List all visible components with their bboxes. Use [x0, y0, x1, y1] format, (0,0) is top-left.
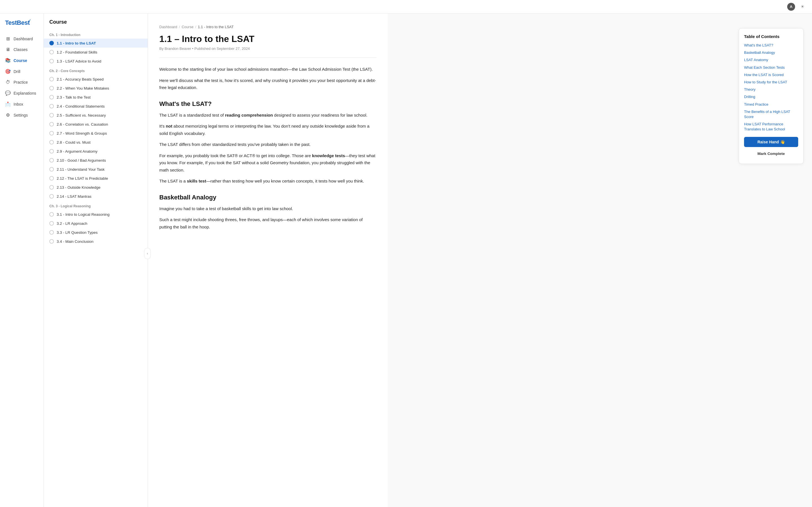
course-item-2-8[interactable]: 2.8 - Could vs. Must [44, 138, 148, 147]
chapter-2-heading: Ch. 2 - Core Concepts [44, 66, 148, 75]
completion-circle-3-3 [49, 230, 54, 235]
logo: ✓ TestBest [0, 19, 35, 33]
course-item-3-1[interactable]: 3.1 - Intro to Logical Reasoning [44, 210, 148, 219]
lsat-para-3: The LSAT differs from other standardized… [159, 141, 376, 148]
completion-circle-1-1 [49, 41, 54, 45]
nav-item-explanations[interactable]: 💬 Explanations [0, 88, 43, 99]
page-title: 1.1 – Intro to the LSAT [159, 34, 376, 44]
nav-label-drill: Drill [13, 69, 20, 74]
course-item-2-12[interactable]: 2.12 - The LSAT is Predictable [44, 174, 148, 183]
toc-item-5[interactable]: How to Study for the LSAT [744, 80, 798, 85]
breadcrumb-dashboard[interactable]: Dashboard [159, 25, 177, 29]
course-label-1-3: 1.3 - LSAT Advice to Avoid [57, 59, 101, 63]
course-item-2-5[interactable]: 2.5 - Sufficient vs. Necessary [44, 111, 148, 120]
nav-item-inbox[interactable]: 📩 Inbox [0, 99, 43, 110]
nav-label-inbox: Inbox [13, 102, 23, 107]
nav-item-course[interactable]: 📚 Course [0, 55, 43, 66]
course-item-2-7[interactable]: 2.7 - Word Strength & Groups [44, 129, 148, 138]
course-item-2-3[interactable]: 2.3 - Talk to the Test [44, 93, 148, 102]
nav-item-practice[interactable]: ⏱ Practice [0, 77, 43, 88]
completion-circle-2-10 [49, 158, 54, 163]
toc-item-2[interactable]: LSAT Anatomy [744, 57, 798, 62]
practice-icon: ⏱ [5, 80, 11, 85]
nav-label-classes: Classes [13, 47, 28, 52]
toc-item-7[interactable]: Drilling [744, 94, 798, 100]
course-item-2-4[interactable]: 2.4 - Conditional Statements [44, 102, 148, 111]
toc-item-1[interactable]: Basketball Analogy [744, 50, 798, 55]
lsat-para-4: For example, you probably took the SAT® … [159, 152, 376, 174]
nav-item-drill[interactable]: 🎯 Drill [0, 66, 43, 77]
page-meta: By Brandon Beaver • Published on Septemb… [159, 47, 376, 51]
toc-item-9[interactable]: The Benefits of a High LSAT Score [744, 109, 798, 119]
inbox-icon: 📩 [5, 101, 11, 107]
course-item-2-10[interactable]: 2.10 - Good / Bad Arguments [44, 156, 148, 165]
course-label-2-1: 2.1 - Accuracy Beats Speed [57, 77, 104, 81]
lsat-para-2: It's not about memorizing legal terms or… [159, 122, 376, 137]
course-label-2-10: 2.10 - Good / Bad Arguments [57, 158, 106, 163]
toc-title: Table of Contents [744, 34, 798, 39]
nav-item-dashboard[interactable]: ⊞ Dashboard [0, 33, 43, 44]
nav-label-explanations: Explanations [13, 91, 36, 96]
toc-item-8[interactable]: Timed Practice [744, 102, 798, 107]
dashboard-icon: ⊞ [5, 36, 11, 41]
toc-item-0[interactable]: What's the LSAT? [744, 43, 798, 48]
completion-circle-2-3 [49, 95, 54, 100]
course-item-2-6[interactable]: 2.6 - Correlation vs. Causation [44, 120, 148, 129]
completion-circle-2-5 [49, 113, 54, 117]
breadcrumb-sep-2: / [195, 25, 196, 29]
topbar: A ☀ [0, 0, 812, 13]
intro-para-1: Welcome to the starting line of your law… [159, 66, 376, 73]
nav-label-course: Course [13, 58, 27, 63]
raise-hand-button[interactable]: Raise Hand 👋 [744, 137, 798, 147]
course-label-2-6: 2.6 - Correlation vs. Causation [57, 122, 108, 126]
course-item-2-11[interactable]: 2.11 - Understand Your Task [44, 165, 148, 174]
completion-circle-1-3 [49, 59, 54, 63]
course-item-2-14[interactable]: 2.14 - LSAT Mantras [44, 192, 148, 201]
course-label-2-12: 2.12 - The LSAT is Predictable [57, 176, 108, 180]
course-label-2-13: 2.13 - Outside Knowledge [57, 185, 100, 189]
course-label-1-1: 1.1 - Intro to the LSAT [57, 41, 96, 45]
course-label-2-2: 2.2 - When You Make Mistakes [57, 86, 109, 91]
sidebar-collapse-button[interactable]: ‹ [144, 248, 151, 259]
course-label-2-9: 2.9 - Argument Anatomy [57, 149, 98, 154]
nav-item-classes[interactable]: 🖥 Classes [0, 44, 43, 55]
completion-circle-2-11 [49, 167, 54, 172]
breadcrumb: Dashboard / Course / 1.1 - Intro to the … [159, 25, 376, 29]
toc-item-6[interactable]: Theory [744, 87, 798, 92]
toc-item-10[interactable]: How LSAT Performance Translates to Law S… [744, 122, 798, 132]
completion-circle-2-8 [49, 140, 54, 145]
mark-complete-button[interactable]: Mark Complete [744, 149, 798, 158]
basketball-para-2: Such a test might include shooting three… [159, 216, 376, 230]
course-item-3-4[interactable]: 3.4 - Main Conclusion [44, 237, 148, 246]
left-nav: ✓ TestBest ⊞ Dashboard 🖥 Classes 📚 Cours… [0, 13, 44, 507]
course-item-2-13[interactable]: 2.13 - Outside Knowledge [44, 183, 148, 192]
completion-circle-3-1 [49, 212, 54, 217]
toc-panel: Table of Contents What's the LSAT? Baske… [739, 28, 804, 164]
theme-toggle-button[interactable]: ☀ [799, 3, 806, 11]
course-item-3-3[interactable]: 3.3 - LR Question Types [44, 228, 148, 237]
completion-circle-2-9 [49, 149, 54, 154]
course-label-2-5: 2.5 - Sufficient vs. Necessary [57, 113, 106, 117]
course-item-2-1[interactable]: 2.1 - Accuracy Beats Speed [44, 75, 148, 83]
user-avatar[interactable]: A [787, 3, 795, 11]
chapter-1-heading: Ch. 1 - Introduction [44, 30, 148, 39]
toc-item-4[interactable]: How the LSAT is Scored [744, 72, 798, 77]
course-item-1-1[interactable]: 1.1 - Intro to the LSAT [44, 39, 148, 48]
toc-item-3[interactable]: What Each Section Tests [744, 65, 798, 70]
completion-circle-2-13 [49, 185, 54, 189]
course-item-1-2[interactable]: 1.2 - Foundational Skills [44, 48, 148, 57]
course-item-3-2[interactable]: 3.2 - LR Approach [44, 219, 148, 228]
nav-label-dashboard: Dashboard [13, 37, 33, 41]
course-label-2-14: 2.14 - LSAT Mantras [57, 194, 91, 199]
nav-item-settings[interactable]: ⚙ Settings [0, 110, 43, 121]
course-item-1-3[interactable]: 1.3 - LSAT Advice to Avoid [44, 57, 148, 66]
course-item-2-9[interactable]: 2.9 - Argument Anatomy [44, 147, 148, 156]
course-item-2-2[interactable]: 2.2 - When You Make Mistakes [44, 83, 148, 93]
completion-circle-3-4 [49, 239, 54, 244]
main-content: Dashboard / Course / 1.1 - Intro to the … [148, 13, 388, 507]
completion-circle-2-1 [49, 77, 54, 81]
course-icon: 📚 [5, 58, 11, 63]
breadcrumb-course[interactable]: Course [182, 25, 193, 29]
course-sidebar: Course Ch. 1 - Introduction 1.1 - Intro … [44, 13, 148, 507]
course-label-2-11: 2.11 - Understand Your Task [57, 167, 105, 172]
